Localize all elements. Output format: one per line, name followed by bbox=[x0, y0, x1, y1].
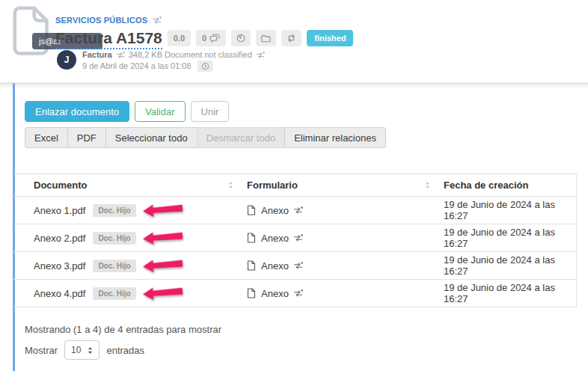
arrow-left-icon bbox=[141, 257, 183, 275]
document-name[interactable]: Anexo 4.pdf bbox=[34, 288, 85, 299]
file-icon bbox=[247, 233, 256, 243]
title-row: js@at Factura A1578 0.0 0 finished bbox=[55, 27, 353, 49]
page-size-select[interactable]: 10 bbox=[64, 340, 99, 360]
created-date: 19 de Junio de 2024 a las 16:27 bbox=[444, 282, 576, 304]
arrow-left-icon bbox=[141, 202, 183, 219]
form-name[interactable]: Anexo bbox=[261, 288, 289, 299]
deselect-all-button[interactable]: Desmarcar todo bbox=[197, 127, 285, 148]
column-header-created[interactable]: Fecha de creación bbox=[435, 180, 576, 191]
doc-hijo-badge: Doc. Hijo bbox=[93, 204, 135, 217]
entries-label: entradas bbox=[106, 345, 144, 356]
document-name[interactable]: Anexo 3.pdf bbox=[34, 260, 85, 272]
created-date: 19 de Junio de 2024 a las 16:27 bbox=[444, 254, 576, 277]
percentage-button[interactable] bbox=[231, 30, 251, 46]
table-row[interactable]: Anexo 1.pdf Doc. Hijo Anexo 19 de Junio bbox=[13, 197, 576, 224]
sort-arrows-icon[interactable] bbox=[228, 181, 233, 189]
breadcrumb[interactable]: SERVICIOS PÚBLICOS bbox=[55, 16, 162, 25]
comments-count: 0 bbox=[202, 34, 206, 43]
arrow-left-icon bbox=[141, 230, 183, 247]
status-badge: finished bbox=[307, 30, 353, 46]
table-row[interactable]: Anexo 2.pdf Doc. Hijo Anexo 19 de Junio bbox=[13, 224, 576, 252]
created-date-label: 9 de Abril de 2024 a las 01:08 bbox=[82, 61, 192, 72]
avatar: J bbox=[57, 50, 76, 70]
swap-arrows-icon bbox=[293, 206, 303, 215]
sort-arrows-icon[interactable] bbox=[425, 181, 430, 189]
form-name[interactable]: Anexo bbox=[261, 260, 289, 272]
primary-actions: Enlazar documento Validar Unir bbox=[25, 101, 229, 122]
breadcrumb-label: SERVICIOS PÚBLICOS bbox=[55, 16, 147, 25]
column-header-form[interactable]: Formulario bbox=[238, 180, 435, 191]
merge-button[interactable]: Unir bbox=[191, 101, 230, 122]
swap-arrows-icon bbox=[256, 52, 265, 59]
doc-type-label: Factura bbox=[82, 49, 112, 61]
file-icon bbox=[247, 205, 256, 215]
relations-table: Documento Formulario Fecha de creación bbox=[13, 174, 577, 307]
swap-arrows-icon bbox=[293, 234, 303, 242]
pie-chart-icon bbox=[236, 34, 245, 43]
delete-relations-button[interactable]: Eliminar relaciones bbox=[284, 127, 386, 148]
show-label: Mostrar bbox=[25, 345, 58, 356]
folder-icon bbox=[261, 34, 271, 43]
swap-arrows-icon bbox=[293, 262, 303, 270]
arrow-left-icon bbox=[141, 285, 183, 302]
link-document-button[interactable]: Enlazar documento bbox=[25, 101, 129, 122]
table-row[interactable]: Anexo 4.pdf Doc. Hijo Anexo 19 de Junio bbox=[13, 280, 576, 307]
created-date: 19 de Junio de 2024 a las 16:27 bbox=[444, 199, 576, 221]
relations-panel: Enlazar documento Validar Unir Excel PDF… bbox=[0, 82, 588, 371]
doc-hijo-badge: Doc. Hijo bbox=[93, 232, 135, 245]
comments-button[interactable]: 0 bbox=[196, 30, 226, 46]
document-meta: Factura 348,2 KB Document not classified… bbox=[82, 49, 265, 72]
select-all-button[interactable]: Seleccionar todo bbox=[105, 127, 197, 148]
table-header-row: Documento Formulario Fecha de creación bbox=[13, 174, 576, 197]
doc-info-label: 348,2 KB Document not classified bbox=[129, 49, 252, 61]
table-toolbar: Excel PDF Seleccionar todo Desmarcar tod… bbox=[25, 127, 386, 148]
history-icon bbox=[201, 62, 209, 70]
repeat-icon bbox=[287, 34, 296, 43]
version-badge: 0.0 bbox=[168, 30, 191, 46]
file-icon bbox=[247, 288, 256, 298]
repeat-button[interactable] bbox=[281, 30, 301, 46]
page-title[interactable]: Factura A1578 bbox=[55, 29, 162, 49]
up-down-icon bbox=[88, 346, 93, 355]
page-size-control: Mostrar 10 entradas bbox=[25, 340, 144, 360]
document-detail-page: SERVICIOS PÚBLICOS js@at Factura A1578 0… bbox=[0, 0, 588, 371]
page-size-value: 10 bbox=[71, 345, 81, 355]
document-name[interactable]: Anexo 2.pdf bbox=[34, 233, 85, 244]
doc-hijo-badge: Doc. Hijo bbox=[93, 287, 135, 300]
swap-arrows-icon bbox=[152, 16, 162, 25]
created-date: 19 de Junio de 2024 a las 16:27 bbox=[444, 227, 576, 249]
export-pdf-button[interactable]: PDF bbox=[67, 127, 106, 148]
validate-button[interactable]: Validar bbox=[135, 101, 186, 122]
document-name[interactable]: Anexo 1.pdf bbox=[34, 205, 85, 216]
form-name[interactable]: Anexo bbox=[261, 233, 289, 244]
swap-arrows-icon bbox=[116, 52, 125, 59]
doc-hijo-badge: Doc. Hijo bbox=[93, 260, 135, 272]
table-row[interactable]: Anexo 3.pdf Doc. Hijo Anexo 19 de Junio bbox=[13, 252, 576, 280]
swap-arrows-icon bbox=[293, 289, 303, 298]
speech-bubbles-icon bbox=[209, 34, 220, 43]
form-name[interactable]: Anexo bbox=[261, 205, 289, 216]
column-header-document[interactable]: Documento bbox=[13, 180, 238, 191]
export-excel-button[interactable]: Excel bbox=[25, 127, 68, 148]
file-icon bbox=[247, 260, 256, 271]
entries-summary: Mostrando (1 a 4) de 4 entradas para mos… bbox=[25, 324, 221, 335]
folder-button[interactable] bbox=[256, 30, 276, 46]
history-button[interactable] bbox=[197, 61, 213, 72]
